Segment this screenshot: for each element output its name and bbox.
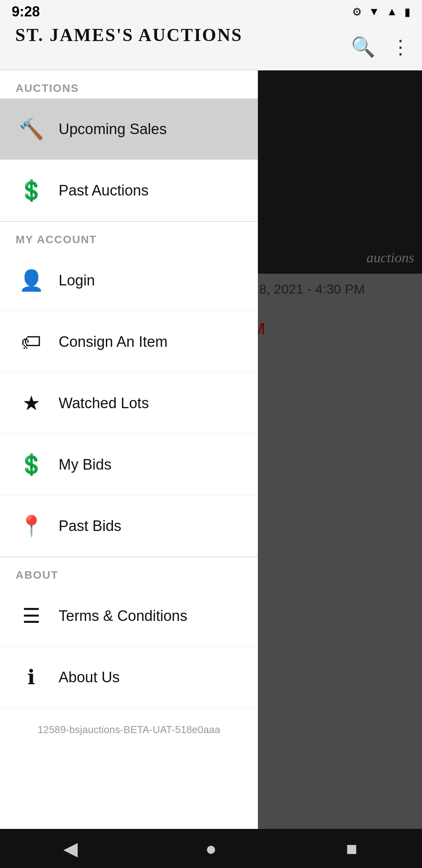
- back-button[interactable]: ◀: [47, 835, 94, 862]
- watched-lots-label: Watched Lots: [59, 395, 149, 412]
- hammer-icon: 🔨: [16, 113, 47, 145]
- sidebar-item-past-auctions[interactable]: 💲 Past Auctions: [0, 160, 258, 221]
- drawer-body: AUCTIONS 🔨 Upcoming Sales 💲 Past Auction…: [0, 70, 258, 868]
- search-icon[interactable]: 🔍: [351, 36, 375, 58]
- status-bar: 9:28 ⚙ ▼ ▲ ▮: [0, 0, 422, 23]
- wifi-icon: ▼: [369, 5, 380, 18]
- navigation-drawer: St. James's Auctions AUCTIONS 🔨 Upcoming…: [0, 0, 258, 868]
- settings-icon: ⚙: [352, 5, 362, 18]
- battery-icon: ▮: [404, 5, 410, 18]
- status-time: 9:28: [12, 4, 40, 20]
- terms-label: Terms & Conditions: [59, 608, 187, 624]
- home-button[interactable]: ●: [188, 835, 234, 862]
- document-icon: ☰: [16, 600, 47, 631]
- sidebar-item-login[interactable]: 👤 Login: [0, 250, 258, 311]
- location-icon: 📍: [16, 510, 47, 542]
- about-us-label: About Us: [59, 669, 120, 686]
- my-bids-label: My Bids: [59, 456, 111, 473]
- my-account-section-label: MY ACCOUNT: [0, 222, 258, 250]
- sidebar-item-about-us[interactable]: ℹ About Us: [0, 647, 258, 708]
- status-icons: ⚙ ▼ ▲ ▮: [352, 5, 410, 18]
- consign-label: Consign An Item: [59, 334, 168, 350]
- app-title: St. James's Auctions: [15, 25, 243, 45]
- past-auctions-label: Past Auctions: [59, 182, 148, 199]
- more-options-icon[interactable]: ⋮: [391, 36, 410, 58]
- tag-icon: 🏷: [16, 326, 47, 357]
- sidebar-item-watched-lots[interactable]: ★ Watched Lots: [0, 373, 258, 434]
- version-text: 12589-bsjauctions-BETA-UAT-518e0aaa: [0, 708, 258, 751]
- signal-icon: ▲: [386, 5, 397, 18]
- sidebar-item-past-bids[interactable]: 📍 Past Bids: [0, 495, 258, 557]
- upcoming-sales-label: Upcoming Sales: [59, 121, 167, 138]
- auctions-section-label: AUCTIONS: [0, 70, 258, 99]
- about-section-label: ABOUT: [0, 557, 258, 585]
- bid-dollar-icon: 💲: [16, 449, 47, 480]
- bottom-nav-bar: ◀ ● ■: [0, 829, 422, 868]
- login-label: Login: [59, 272, 95, 289]
- sidebar-item-terms[interactable]: ☰ Terms & Conditions: [0, 585, 258, 647]
- recents-button[interactable]: ■: [328, 835, 375, 862]
- sidebar-item-consign[interactable]: 🏷 Consign An Item: [0, 311, 258, 373]
- person-icon: 👤: [16, 265, 47, 296]
- sidebar-item-upcoming-sales[interactable]: 🔨 Upcoming Sales: [0, 99, 258, 160]
- info-icon: ℹ: [16, 662, 47, 693]
- dollar-icon: 💲: [16, 175, 47, 206]
- star-icon: ★: [16, 387, 47, 419]
- past-bids-label: Past Bids: [59, 518, 122, 534]
- sidebar-item-my-bids[interactable]: 💲 My Bids: [0, 434, 258, 495]
